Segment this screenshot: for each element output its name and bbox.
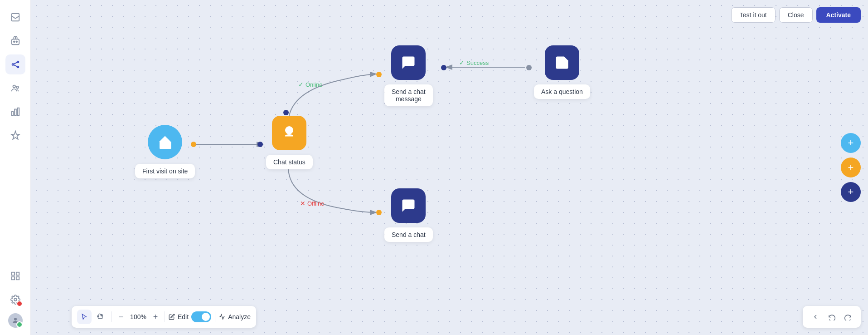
redo-button[interactable] [841, 310, 855, 324]
chat-status-icon[interactable] [272, 116, 306, 150]
avatar[interactable] [8, 313, 23, 328]
sidebar-item-bot[interactable] [5, 31, 25, 51]
zoom-value: 100% [129, 313, 147, 320]
right-panel: + + + [841, 133, 861, 202]
node-chat-status: Chat status [266, 116, 313, 169]
sidebar-item-settings[interactable] [5, 290, 25, 310]
test-it-out-button[interactable]: Test it out [731, 7, 776, 23]
svg-point-4 [12, 64, 14, 65]
activate-button[interactable]: Activate [816, 7, 861, 23]
back-button[interactable] [808, 310, 823, 324]
pan-tool-button[interactable] [93, 310, 108, 324]
undo-button[interactable] [824, 310, 839, 324]
chat-status-label[interactable]: Chat status [266, 155, 313, 169]
select-tool-button[interactable] [77, 310, 92, 324]
analyze-label: Analyze [228, 313, 251, 320]
svg-rect-1 [11, 39, 19, 44]
send-chat-icon[interactable] [391, 188, 426, 223]
dot-to-send-chat-offline [376, 210, 382, 215]
node-ask-question: Ask a question [534, 45, 590, 99]
divider-1 [112, 311, 112, 322]
zoom-out-button[interactable]: − [116, 311, 126, 322]
analyze-button[interactable]: Analyze [219, 313, 251, 320]
node-send-chat-message: Send a chat message [384, 45, 433, 106]
ask-question-label[interactable]: Ask a question [534, 84, 590, 99]
svg-rect-12 [15, 109, 16, 116]
sidebar-item-inbox[interactable] [5, 7, 25, 27]
svg-point-3 [16, 41, 17, 42]
add-button-orange[interactable]: + [841, 158, 861, 177]
svg-point-9 [13, 85, 15, 88]
edit-toggle[interactable]: Edit [169, 311, 211, 322]
sidebar [0, 0, 31, 335]
svg-rect-16 [11, 277, 14, 280]
success-branch-label: ✓ Success [459, 59, 489, 66]
send-chat-message-icon[interactable] [391, 45, 426, 80]
x-icon: ✕ [300, 200, 305, 207]
divider-2 [165, 311, 165, 322]
close-button[interactable]: Close [779, 7, 813, 23]
dot-after-send-chat-msg [441, 65, 446, 70]
send-chat-message-label[interactable]: Send a chat message [384, 84, 433, 106]
svg-line-8 [14, 65, 17, 67]
check-icon-2: ✓ [459, 59, 465, 66]
svg-line-7 [14, 62, 17, 64]
send-chat-label[interactable]: Send a chat [384, 227, 433, 242]
zoom-controls: − 100% + [116, 311, 161, 322]
online-branch-label: ✓ Online [298, 81, 323, 88]
divider-3 [215, 311, 215, 322]
svg-rect-11 [11, 112, 13, 115]
main-area: Test it out Close Activate [31, 0, 868, 335]
sidebar-item-analytics[interactable] [5, 102, 25, 122]
sidebar-item-grid[interactable] [5, 266, 25, 286]
svg-point-5 [17, 61, 19, 63]
add-button-cyan[interactable]: + [841, 133, 861, 153]
edit-toggle-switch[interactable] [191, 311, 211, 322]
bottom-toolbar: − 100% + Edit Analyze [72, 306, 256, 328]
check-icon: ✓ [298, 81, 304, 88]
topbar: Test it out Close Activate [731, 7, 861, 23]
sidebar-item-automation[interactable] [5, 54, 25, 74]
first-visit-icon[interactable] [148, 125, 182, 159]
svg-point-10 [16, 86, 19, 89]
undo-redo-toolbar [803, 306, 861, 328]
node-first-visit: First visit on site [135, 125, 195, 178]
svg-point-18 [14, 298, 17, 301]
svg-rect-13 [17, 108, 19, 116]
dot-after-first-visit [191, 142, 196, 147]
svg-point-2 [13, 41, 15, 42]
svg-rect-14 [11, 272, 14, 275]
dot-to-send-chat-msg [376, 72, 382, 77]
dot-before-chat-status [257, 142, 263, 147]
ask-question-icon[interactable] [545, 45, 579, 80]
sidebar-item-sparkle[interactable] [5, 125, 25, 145]
edit-label: Edit [178, 313, 189, 320]
sidebar-item-team[interactable] [5, 78, 25, 98]
svg-rect-17 [16, 277, 19, 280]
svg-rect-15 [16, 272, 19, 275]
zoom-in-button[interactable]: + [150, 311, 161, 322]
svg-point-19 [14, 318, 17, 320]
offline-branch-label: ✕ Offline [300, 200, 324, 207]
canvas[interactable]: ✓ Online ✕ Offline ✓ Success First visit… [31, 0, 868, 335]
dot-above-chat-status [283, 110, 289, 115]
dot-before-ask-question [526, 65, 532, 70]
add-button-dark-blue[interactable]: + [841, 182, 861, 202]
node-send-chat: Send a chat [384, 188, 433, 242]
first-visit-label[interactable]: First visit on site [135, 164, 195, 178]
svg-point-6 [17, 66, 19, 68]
